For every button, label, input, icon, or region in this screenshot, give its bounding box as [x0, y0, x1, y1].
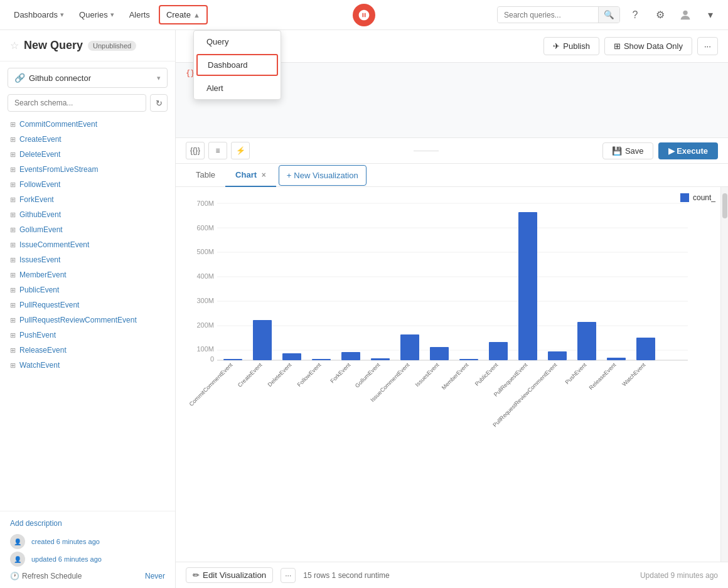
schema-item-githubevent[interactable]: ⊞ GithubEvent [8, 207, 168, 222]
schema-search-input[interactable] [8, 94, 146, 112]
dropdown-item-dashboard[interactable]: Dashboard [196, 54, 278, 76]
schema-item-commitcommentevent[interactable]: ⊞ CommitCommentEvent [8, 117, 168, 132]
schema-item-publicevent[interactable]: ⊞ PublicEvent [8, 282, 168, 297]
table-icon: ⊞ [10, 136, 16, 144]
nav-queries[interactable]: Queries ▾ [73, 6, 120, 23]
create-dropdown: Query Dashboard Alert [193, 30, 281, 100]
table-icon: ⊞ [10, 196, 16, 204]
schema-item-memberevent[interactable]: ⊞ MemberEvent [8, 267, 168, 282]
user-avatar[interactable] [675, 5, 695, 25]
table-icon: ⊞ [10, 271, 16, 279]
svg-text:700M: 700M [196, 200, 214, 207]
execute-button[interactable]: ▶ Execute [658, 142, 718, 159]
status-more-button[interactable]: ··· [281, 568, 296, 583]
top-nav: Dashboards ▾ Queries ▾ Alerts Create ▲ 🔍… [0, 0, 728, 30]
unpublished-badge: Unpublished [88, 41, 136, 51]
schema-item-gollumevent[interactable]: ⊞ GollumEvent [8, 222, 168, 237]
schema-item-pullrequestcomment[interactable]: ⊞ PullRequestReviewCommentEvent [8, 313, 168, 328]
svg-rect-21 [341, 352, 360, 360]
svg-text:PushEvent: PushEvent [564, 361, 588, 385]
svg-text:GollumEvent: GollumEvent [354, 361, 382, 389]
schema-item-deleteevent[interactable]: ⊞ DeleteEvent [8, 147, 168, 162]
connector-selector[interactable]: 🔗 Github connector ▾ [8, 68, 168, 88]
dropdown-item-alert[interactable]: Alert [194, 77, 281, 99]
new-visualization-button[interactable]: + New Visualization [279, 165, 367, 186]
svg-rect-24 [430, 347, 449, 360]
schema-item-pushevent[interactable]: ⊞ PushEvent [8, 328, 168, 343]
content-area: ✈ Publish ⊞ Show Data Only ··· {} by Typ… [176, 30, 728, 588]
bolt-icon-button[interactable]: ⚡ [231, 142, 250, 159]
publish-icon: ✈ [553, 41, 560, 51]
table-icon: ⊞ [614, 41, 621, 51]
main-layout: ☆ New Query Unpublished 🔗 Github connect… [0, 30, 728, 588]
nav-dashboards[interactable]: Dashboards ▾ [8, 6, 70, 23]
table-icon: ⊞ [10, 361, 16, 370]
app-logo [353, 4, 375, 26]
table-icon: ⊞ [10, 181, 16, 189]
svg-point-0 [683, 10, 687, 14]
svg-text:FollowEvent: FollowEvent [296, 361, 323, 388]
star-icon[interactable]: ☆ [10, 40, 19, 51]
svg-text:PublicEvent: PublicEvent [474, 361, 500, 387]
list-icon-button[interactable]: ≡ [208, 142, 227, 159]
table-icon: ⊞ [10, 346, 16, 355]
search-bar[interactable]: 🔍 [497, 6, 620, 23]
save-button[interactable]: 💾 Save [602, 142, 653, 159]
table-icon: ⊞ [10, 256, 16, 264]
creator-avatar: 👤 [10, 534, 25, 549]
svg-text:WatchEvent: WatchEvent [621, 361, 646, 387]
table-icon: ⊞ [10, 301, 16, 309]
chart-legend: count_ [680, 193, 715, 202]
svg-rect-28 [548, 351, 567, 360]
schema-item-pullrequestevent[interactable]: ⊞ PullRequestEvent [8, 297, 168, 313]
chart-scrollbar[interactable] [720, 187, 728, 562]
schema-item-issuesevent[interactable]: ⊞ IssuesEvent [8, 252, 168, 267]
schema-item-createevent[interactable]: ⊞ CreateEvent [8, 132, 168, 147]
schema-refresh-button[interactable]: ↻ [150, 94, 168, 112]
queries-chevron-icon: ▾ [110, 11, 114, 19]
clock-icon: 🕐 [10, 572, 19, 580]
search-button[interactable]: 🔍 [598, 7, 619, 23]
svg-text:500M: 500M [196, 248, 214, 255]
schema-item-issuecommentevent[interactable]: ⊞ IssueCommentEvent [8, 237, 168, 252]
nav-alerts[interactable]: Alerts [123, 6, 156, 23]
save-icon: 💾 [612, 146, 622, 156]
edit-visualization-button[interactable]: ✏ Edit Visualization [186, 567, 273, 583]
table-icon: ⊞ [10, 226, 16, 234]
settings-icon[interactable]: ⚙ [650, 5, 670, 25]
show-data-button[interactable]: ⊞ Show Data Only [604, 37, 692, 55]
svg-text:IssuesEvent: IssuesEvent [414, 361, 441, 388]
dropdown-item-query[interactable]: Query [194, 31, 281, 53]
legend-label: count_ [693, 193, 715, 202]
updated-label: Updated 9 minutes ago [640, 571, 718, 580]
table-icon: ⊞ [10, 120, 16, 129]
more-options-button[interactable]: ··· [697, 37, 718, 55]
tab-table[interactable]: Table [186, 164, 225, 187]
search-input[interactable] [498, 8, 598, 23]
nav-create[interactable]: Create ▲ [159, 5, 208, 24]
schema-item-followevent[interactable]: ⊞ FollowEvent [8, 177, 168, 192]
drag-handle[interactable] [414, 151, 439, 151]
refresh-never[interactable]: Never [145, 572, 165, 580]
publish-button[interactable]: ✈ Publish [543, 37, 599, 55]
svg-text:100M: 100M [196, 345, 214, 353]
tab-chart[interactable]: Chart × [225, 164, 276, 187]
chart-scrollbar-thumb[interactable] [722, 193, 727, 218]
help-icon[interactable]: ? [625, 5, 645, 25]
schema-item-watchevent[interactable]: ⊞ WatchEvent [8, 358, 168, 373]
svg-text:300M: 300M [196, 297, 214, 304]
svg-rect-17 [223, 359, 242, 360]
svg-text:400M: 400M [196, 272, 214, 280]
table-icon: ⊞ [10, 166, 16, 174]
schema-item-eventsfromlivestream[interactable]: ⊞ EventsFromLiveStream [8, 162, 168, 177]
editor-bottom-bar: {{}} ≡ ⚡ 💾 Save ▶ Execute [176, 138, 728, 164]
connector-chevron-icon: ▾ [157, 74, 161, 82]
svg-rect-22 [371, 358, 390, 360]
create-chevron-icon: ▲ [193, 11, 200, 19]
schema-item-releaseevent[interactable]: ⊞ ReleaseEvent [8, 343, 168, 358]
tab-chart-close[interactable]: × [262, 171, 266, 179]
more-chevron-icon[interactable]: ▾ [700, 5, 720, 25]
format-icon-button[interactable]: {{}} [186, 142, 205, 159]
add-description-link[interactable]: Add description [10, 519, 165, 528]
schema-item-forkevent[interactable]: ⊞ ForkEvent [8, 192, 168, 207]
